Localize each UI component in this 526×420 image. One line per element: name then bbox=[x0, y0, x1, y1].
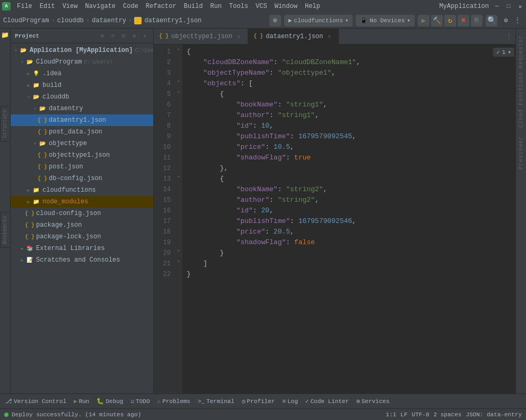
todo-button[interactable]: ☑ TODO bbox=[127, 397, 153, 406]
tab-objecttype1-json[interactable]: { } objecttype1.json ✕ bbox=[154, 29, 248, 44]
fold-marker-4[interactable]: ▾ bbox=[176, 78, 181, 84]
breadcrumb-sep2: › bbox=[86, 17, 90, 24]
folder-icon: 📁 bbox=[32, 198, 40, 206]
fold-marker-21[interactable]: ▾ bbox=[176, 258, 181, 264]
fold-marker-1[interactable]: ▾ bbox=[176, 47, 181, 52]
menu-refactor[interactable]: Refactor bbox=[143, 2, 180, 11]
status-position[interactable]: 1:1 bbox=[386, 412, 397, 418]
code-line-7: "author": "string1", bbox=[187, 110, 515, 121]
more-button[interactable]: ⋮ bbox=[512, 15, 523, 26]
terminal-button[interactable]: >_ Terminal bbox=[195, 397, 238, 406]
tree-item-application[interactable]: ▾ 📂 Application [MyApplication] C:\Users… bbox=[11, 44, 153, 56]
code-content[interactable]: { "cloudDBZoneName": "cloudDBZoneName1",… bbox=[182, 44, 515, 394]
fold-marker-13[interactable]: ▾ bbox=[176, 174, 181, 179]
code-linter-label: Code Linter bbox=[310, 398, 349, 405]
services-button[interactable]: ⚙ Services bbox=[353, 397, 392, 406]
structure-tab[interactable]: Structure bbox=[0, 106, 10, 142]
tree-item-db-config-json[interactable]: { } db-config.json bbox=[11, 173, 153, 184]
menu-help[interactable]: Help bbox=[302, 2, 323, 11]
breadcrumb-dataentry[interactable]: dataentry bbox=[92, 17, 126, 24]
previewer-label[interactable]: Previewer bbox=[518, 132, 524, 174]
profile-button[interactable]: ⎘ bbox=[471, 15, 483, 26]
status-format[interactable]: JSON: data-entry bbox=[466, 412, 522, 418]
project-icon[interactable]: 📁 bbox=[1, 31, 10, 39]
tree-item-cloudfunctions[interactable]: ▶ 📁 cloudfunctions bbox=[11, 184, 153, 196]
close-panel-button[interactable]: ✕ bbox=[141, 32, 149, 40]
tree-item-post-json[interactable]: { } post.json bbox=[11, 161, 153, 173]
close-button[interactable]: ✕ bbox=[516, 3, 524, 10]
log-button[interactable]: ≡ Log bbox=[279, 397, 301, 406]
main-content: 📁 Project ⊕ ≡ ⊟ ⚙ ✕ ▾ 📂 Application [MyA… bbox=[0, 29, 526, 394]
fold-marker-5[interactable]: ▾ bbox=[176, 89, 181, 94]
close-tab-button[interactable]: ✕ bbox=[235, 33, 242, 40]
tree-item-dataentry1-json[interactable]: { } dataentry1.json bbox=[11, 114, 153, 126]
breadcrumb-cloudprogram[interactable]: CloudProgram bbox=[3, 17, 49, 24]
devices-label: No Devices bbox=[370, 17, 405, 24]
close-tab-button[interactable]: ✕ bbox=[326, 33, 333, 40]
code-line-2: "cloudDBZoneName": "cloudDBZoneName1", bbox=[187, 57, 515, 68]
folder-open-icon: 📂 bbox=[38, 139, 47, 148]
settings2-button[interactable]: ⚙ bbox=[501, 15, 511, 26]
stop-button[interactable]: ■ bbox=[458, 15, 469, 26]
search-everywhere-button[interactable]: 🔍 bbox=[486, 15, 497, 26]
debug-panel-button[interactable]: 🐛 Debug bbox=[93, 397, 126, 406]
sync-button[interactable]: ≡ bbox=[109, 32, 117, 40]
devices-chevron-icon: ▾ bbox=[407, 17, 410, 24]
tree-item-package-lock-json[interactable]: { } package-lock.json bbox=[11, 231, 153, 243]
reload-button[interactable]: ↻ bbox=[444, 15, 456, 26]
problems-label: Problems bbox=[162, 398, 190, 405]
code-linter-button[interactable]: ✓ Code Linter bbox=[302, 397, 352, 406]
tree-item-node-modules[interactable]: ▶ 📁 node_modules bbox=[11, 196, 153, 208]
cloud-functions-label[interactable]: Cloud Functions Requestor bbox=[518, 31, 524, 132]
settings-panel-button[interactable]: ⚙ bbox=[130, 32, 138, 40]
status-encoding[interactable]: UTF-8 bbox=[412, 412, 429, 418]
status-indent[interactable]: 2 spaces bbox=[434, 412, 462, 418]
tabs-more-button[interactable]: ⋮ bbox=[503, 29, 515, 44]
tree-label: build bbox=[42, 82, 62, 89]
run-button[interactable]: ▶ bbox=[418, 15, 429, 26]
maximize-button[interactable]: □ bbox=[505, 3, 512, 10]
tree-item-cloud-config-json[interactable]: { } cloud-config.json bbox=[11, 208, 153, 219]
breadcrumb-clouddb[interactable]: clouddb bbox=[57, 17, 84, 24]
menu-view[interactable]: View bbox=[59, 2, 81, 11]
settings-button[interactable]: ⚙ bbox=[269, 15, 281, 26]
menu-build[interactable]: Build bbox=[180, 2, 206, 11]
build-button[interactable]: 🔨 bbox=[431, 15, 443, 26]
fold-marker-20[interactable]: ▾ bbox=[176, 248, 181, 253]
menu-vcs[interactable]: VCS bbox=[252, 2, 270, 11]
add-button[interactable]: ⊕ bbox=[98, 32, 107, 40]
tree-item-objecttype1-json[interactable]: { } objecttype1.json bbox=[11, 149, 153, 161]
status-line-ending[interactable]: LF bbox=[400, 412, 407, 418]
devices-dropdown[interactable]: 📱 No Devices ▾ bbox=[356, 15, 415, 26]
collapse-button[interactable]: ⊟ bbox=[119, 32, 128, 40]
problems-button[interactable]: ⚠ Problems bbox=[154, 397, 194, 406]
profiler-button[interactable]: ◷ Profiler bbox=[239, 397, 278, 406]
minimize-button[interactable]: ─ bbox=[493, 3, 501, 10]
app-title: MyApplication bbox=[439, 3, 493, 10]
breadcrumb-file[interactable]: dataentry1.json bbox=[144, 17, 201, 24]
tree-item-clouddb[interactable]: ▾ 📂 clouddb bbox=[11, 91, 153, 103]
tree-item-post-data-json[interactable]: { } post_data.json bbox=[11, 126, 153, 138]
run-config-dropdown[interactable]: ▶ cloudfunctions ▾ bbox=[284, 15, 353, 26]
menu-tools[interactable]: Tools bbox=[226, 2, 251, 11]
menu-run[interactable]: Run bbox=[207, 2, 225, 11]
tree-item-dataentry-folder[interactable]: ▾ 📂 dataentry bbox=[11, 103, 153, 114]
tree-item-package-json[interactable]: { } package.json bbox=[11, 219, 153, 231]
run-panel-button[interactable]: ▶ Run bbox=[71, 397, 92, 406]
menu-code[interactable]: Code bbox=[120, 2, 142, 11]
tree-item-build[interactable]: ▶ 📁 build bbox=[11, 79, 153, 91]
tree-item-external-libraries[interactable]: ▶ 📚 External Libraries bbox=[11, 243, 153, 254]
tree-item-idea[interactable]: ▶ 💡 .idea bbox=[11, 68, 153, 79]
tree-item-scratches[interactable]: ▶ 📝 Scratches and Consoles bbox=[11, 254, 153, 266]
tree-item-cloudprogram[interactable]: ▾ 📂 CloudProgram C:\Users\ bbox=[11, 56, 153, 68]
menu-navigate[interactable]: Navigate bbox=[82, 2, 119, 11]
menu-window[interactable]: Window bbox=[271, 2, 301, 11]
bookmarks-tab[interactable]: Bookmarks bbox=[0, 212, 10, 248]
menu-file[interactable]: File bbox=[14, 2, 36, 11]
menu-edit[interactable]: Edit bbox=[37, 2, 58, 11]
tab-dataentry1-json[interactable]: { } dataentry1.json ✕ bbox=[248, 29, 339, 44]
deploy-status[interactable]: Deploy successfully. (14 minutes ago) bbox=[12, 412, 141, 418]
tree-item-objecttype-folder[interactable]: ▾ 📂 objecttype bbox=[11, 138, 153, 149]
version-control-button[interactable]: ⎇ Version Control bbox=[2, 397, 69, 406]
code-line-10: "price": 10.5, bbox=[187, 142, 515, 153]
